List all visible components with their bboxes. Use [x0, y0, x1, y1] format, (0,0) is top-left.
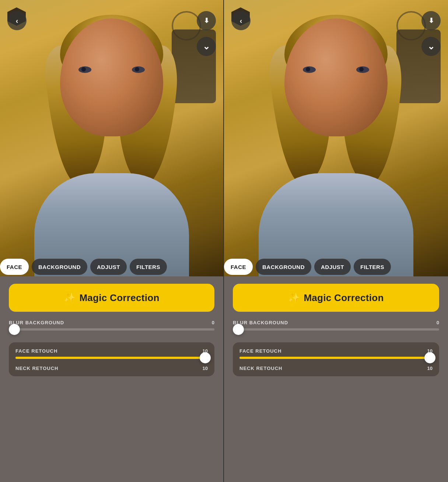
left-blur-thumb[interactable]: [9, 324, 20, 335]
left-magic-correction-button[interactable]: ✨ Magic Correction: [9, 284, 214, 312]
left-download-icon: ⬇: [204, 17, 209, 25]
left-neck-retouch-value: 10: [203, 366, 208, 371]
right-magic-correction-label: Magic Correction: [304, 292, 384, 304]
left-face-retouch-label-row: FACE RETOUCH 10: [15, 348, 208, 354]
left-tab-filters[interactable]: FILTERS: [130, 259, 167, 275]
left-face-retouch-thumb[interactable]: [200, 352, 211, 363]
left-blur-label-row: BLUR BACKGROUND 0: [9, 320, 214, 325]
right-face-retouch-section: FACE RETOUCH 10: [239, 348, 433, 359]
left-inset-card: FACE RETOUCH 10 NECK RETOUCH 10: [9, 342, 214, 376]
right-neck-retouch-value: 10: [427, 366, 433, 371]
right-blur-background-section: BLUR BACKGROUND 0: [233, 320, 439, 337]
right-face-retouch-label: FACE RETOUCH: [239, 348, 281, 354]
right-tab-adjust[interactable]: ADJUST: [314, 259, 351, 275]
left-blur-background-section: BLUR BACKGROUND 0: [9, 320, 214, 337]
left-face-retouch-label: FACE RETOUCH: [15, 348, 57, 354]
right-panel: ‹ ⬇ ⌄ FACE BACKGROUND ADJUST FILTERS: [224, 0, 448, 482]
left-chevron-down-icon: ⌄: [203, 42, 210, 51]
right-blur-thumb[interactable]: [233, 324, 244, 335]
left-neck-retouch-label: NECK RETOUCH: [15, 366, 59, 371]
right-photo-bg: [224, 0, 448, 276]
right-photo-area: ‹ ⬇ ⌄ FACE BACKGROUND ADJUST FILTERS: [224, 0, 448, 276]
left-photo-area: ‹ ⬇ ⌄ FACE BACKGROUND ADJUST FILTERS: [0, 0, 223, 276]
right-tab-filters[interactable]: FILTERS: [354, 259, 391, 275]
left-person: [42, 11, 182, 276]
left-magic-icon: ✨: [64, 292, 76, 304]
left-face-details: [71, 41, 152, 133]
right-controls: ✨ Magic Correction BLUR BACKGROUND 0 FAC…: [224, 276, 448, 482]
right-chevron-down-icon: ⌄: [427, 42, 435, 51]
right-download-icon: ⬇: [428, 17, 434, 25]
right-back-icon: ‹: [240, 17, 242, 25]
right-tab-background[interactable]: BACKGROUND: [256, 259, 311, 275]
right-eye-left: [303, 66, 316, 73]
right-blur-label-row: BLUR BACKGROUND 0: [233, 320, 439, 325]
left-eyes-row: [71, 66, 152, 73]
right-dropdown-button[interactable]: ⌄: [421, 37, 441, 56]
left-face-retouch-track[interactable]: [15, 357, 208, 359]
right-magic-icon: ✨: [288, 292, 300, 304]
left-download-button[interactable]: ⬇: [197, 11, 216, 30]
right-eye-right: [356, 66, 369, 73]
left-back-icon: ‹: [16, 17, 18, 25]
left-face-retouch-fill: [15, 357, 202, 359]
left-magic-correction-label: Magic Correction: [79, 292, 159, 304]
left-panel: ‹ ⬇ ⌄ FACE BACKGROUND ADJUST FILTERS: [0, 0, 224, 482]
left-tab-background[interactable]: BACKGROUND: [32, 259, 87, 275]
left-face-retouch-section: FACE RETOUCH 10: [15, 348, 208, 359]
left-eye-left: [78, 66, 91, 73]
right-neck-retouch-label: NECK RETOUCH: [239, 366, 283, 371]
left-dropdown-button[interactable]: ⌄: [197, 37, 216, 56]
right-magic-correction-button[interactable]: ✨ Magic Correction: [233, 284, 439, 312]
right-neck-retouch-label-row: NECK RETOUCH 10: [239, 366, 433, 371]
left-eye-right: [132, 66, 145, 73]
right-blur-track[interactable]: [233, 328, 439, 331]
left-tab-face[interactable]: FACE: [0, 259, 29, 275]
right-blur-value: 0: [437, 320, 439, 325]
right-download-button[interactable]: ⬇: [421, 11, 441, 30]
right-face-retouch-track[interactable]: [239, 357, 433, 359]
right-tab-face[interactable]: FACE: [224, 259, 253, 275]
left-neck-retouch-label-row: NECK RETOUCH 10: [15, 366, 208, 371]
left-blur-track[interactable]: [9, 328, 214, 331]
right-back-button[interactable]: ‹: [231, 11, 251, 30]
right-eyes-row: [295, 66, 377, 73]
right-person: [266, 11, 406, 276]
left-blur-value: 0: [212, 320, 214, 325]
left-controls: ✨ Magic Correction BLUR BACKGROUND 0 FAC…: [0, 276, 223, 482]
right-face-details: [295, 41, 377, 133]
left-photo-bg: [0, 0, 223, 276]
right-face-retouch-thumb[interactable]: [424, 352, 435, 363]
left-back-button[interactable]: ‹: [7, 11, 27, 30]
left-tab-bar: FACE BACKGROUND ADJUST FILTERS: [0, 257, 223, 276]
right-inset-card: FACE RETOUCH 10 NECK RETOUCH 10: [233, 342, 439, 376]
right-face-retouch-fill: [239, 357, 427, 359]
right-face-retouch-label-row: FACE RETOUCH 10: [239, 348, 433, 354]
right-tab-bar: FACE BACKGROUND ADJUST FILTERS: [224, 257, 448, 276]
left-tab-adjust[interactable]: ADJUST: [90, 259, 127, 275]
